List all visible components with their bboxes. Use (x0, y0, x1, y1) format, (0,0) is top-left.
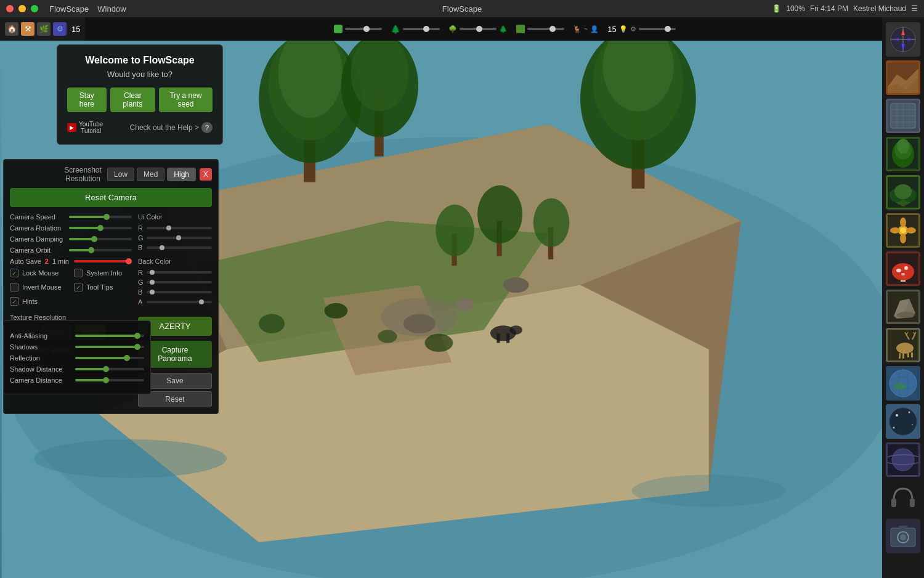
sidebar-item-gizmo[interactable] (886, 22, 920, 57)
menu-bar: Window (97, 4, 126, 14)
reset-camera-button[interactable]: Reset Camera (10, 188, 212, 207)
sidebar-item-bush[interactable] (886, 175, 920, 210)
youtube-badge[interactable]: ▶ YouTubeTutorial (67, 121, 103, 134)
svg-point-74 (900, 227, 906, 234)
toolbar-seg-5: 🦌 ~ 👤 (569, 17, 602, 41)
tool-tips-row: ✓ Tool Tips (74, 283, 132, 291)
sidebar-item-large-tree[interactable] (886, 137, 920, 171)
battery-level: 100% (786, 4, 805, 13)
sidebar-item-screenshot[interactable] (886, 519, 920, 553)
slider-1[interactable] (345, 28, 382, 30)
svg-point-70 (900, 218, 906, 227)
back-a-slider[interactable] (147, 301, 212, 303)
system-info-label: System Info (86, 269, 122, 277)
ui-r-slider[interactable] (147, 227, 212, 229)
sidebar-item-skybox-night[interactable] (886, 404, 920, 439)
menu-window[interactable]: Window (97, 4, 126, 14)
camera-damping-label: Camera Damping (10, 235, 65, 243)
sidebar-item-skybox-day[interactable] (886, 366, 920, 401)
back-g-row: G (138, 279, 212, 286)
res-low-button[interactable]: Low (107, 168, 134, 181)
auto-save-label: Auto Save (10, 258, 41, 265)
back-b-slider[interactable] (147, 291, 212, 293)
ui-g-row: G (138, 234, 212, 242)
back-g-slider[interactable] (147, 281, 212, 283)
slider-4[interactable] (527, 28, 564, 30)
settings-icon[interactable]: ⚙ (53, 22, 67, 36)
window-title: FlowScape (442, 4, 482, 14)
slider-5[interactable] (639, 28, 676, 30)
tool-icon1[interactable]: ⚒ (21, 22, 34, 36)
g-label: G (138, 234, 144, 242)
welcome-panel: Welcome to FlowScape Would you like to? … (57, 44, 223, 145)
try-new-seed-button[interactable]: Try a new seed (159, 88, 213, 112)
close-button[interactable] (6, 5, 14, 12)
res-med-button[interactable]: Med (137, 168, 164, 181)
svg-point-80 (901, 273, 905, 275)
help-link[interactable]: Check out the Help > ? (130, 122, 213, 133)
camera-distance-row: Camera Distance (10, 377, 144, 384)
welcome-footer: ▶ YouTubeTutorial Check out the Help > ? (67, 121, 213, 134)
lock-mouse-label: Lock Mouse (22, 269, 59, 277)
camera-rotation-label: Camera Rotation (10, 224, 65, 232)
youtube-label: YouTubeTutorial (79, 121, 103, 134)
sidebar-item-flower[interactable] (886, 213, 920, 248)
sidebar-item-deer[interactable] (886, 328, 920, 362)
back-color-section: Back Color R G B (138, 258, 212, 306)
back-r-slider[interactable] (147, 271, 212, 274)
ui-g-slider[interactable] (147, 237, 212, 239)
anti-aliasing-slider[interactable] (75, 335, 144, 337)
maximize-button[interactable] (31, 5, 38, 12)
b-label: B (138, 244, 144, 251)
shadow-distance-slider[interactable] (75, 368, 144, 370)
sidebar-item-rock[interactable] (886, 290, 920, 324)
reflection-slider[interactable] (75, 357, 144, 359)
invert-mouse-checkbox[interactable] (10, 283, 18, 291)
svg-point-37 (632, 474, 786, 507)
svg-point-106 (912, 424, 913, 425)
sidebar-item-planet[interactable] (886, 442, 920, 477)
camera-distance-slider[interactable] (75, 379, 144, 381)
svg-point-66 (894, 184, 912, 199)
toolbar-left: 🏠 ⚒ 🌿 ⚙ 15 (0, 22, 85, 36)
camera-damping-row: Camera Damping (10, 235, 132, 243)
tool-tips-checkbox[interactable]: ✓ (74, 283, 83, 291)
titlebar: FlowScape Window FlowScape 🔋 100% Fri 4:… (0, 0, 924, 17)
shadows-slider[interactable] (75, 346, 144, 348)
tool-icon2[interactable]: 🌿 (37, 22, 51, 36)
svg-point-72 (890, 227, 900, 234)
sidebar-item-terrain[interactable] (886, 60, 920, 95)
slider-2[interactable] (403, 28, 440, 30)
sidebar-item-mushroom[interactable] (886, 251, 920, 286)
lock-mouse-checkbox[interactable]: ✓ (10, 269, 18, 277)
ui-r-row: R (138, 224, 212, 232)
hints-checkbox[interactable]: ✓ (10, 297, 18, 306)
svg-point-84 (897, 312, 915, 318)
camera-distance-label: Camera Distance (10, 377, 71, 384)
system-info-checkbox[interactable] (74, 269, 83, 277)
settings-close-button[interactable]: X (200, 168, 212, 181)
camera-orbit-slider[interactable] (69, 249, 132, 251)
sidebar-item-map[interactable] (886, 99, 920, 133)
res-high-button[interactable]: High (167, 168, 196, 181)
ui-b-row: B (138, 244, 212, 251)
svg-rect-113 (888, 482, 918, 513)
back-g-label: G (138, 279, 144, 286)
sidebar-item-audio[interactable] (886, 481, 920, 515)
camera-rotation-slider[interactable] (69, 227, 132, 229)
svg-point-28 (424, 334, 453, 352)
toolbar-seg-4 (513, 17, 568, 41)
slider-3[interactable] (460, 28, 496, 30)
svg-rect-97 (911, 352, 913, 357)
auto-save-slider[interactable] (74, 260, 132, 263)
svg-rect-96 (907, 352, 909, 357)
clear-plants-button[interactable]: Clear plants (110, 88, 155, 112)
svg-rect-115 (910, 499, 915, 507)
stay-here-button[interactable]: Stay here (67, 88, 107, 112)
minimize-button[interactable] (18, 5, 26, 12)
ui-b-slider[interactable] (147, 246, 212, 249)
camera-speed-slider[interactable] (69, 216, 132, 218)
menu-icon[interactable]: ☰ (911, 4, 918, 13)
camera-damping-slider[interactable] (69, 238, 132, 240)
home-icon[interactable]: 🏠 (5, 22, 18, 36)
